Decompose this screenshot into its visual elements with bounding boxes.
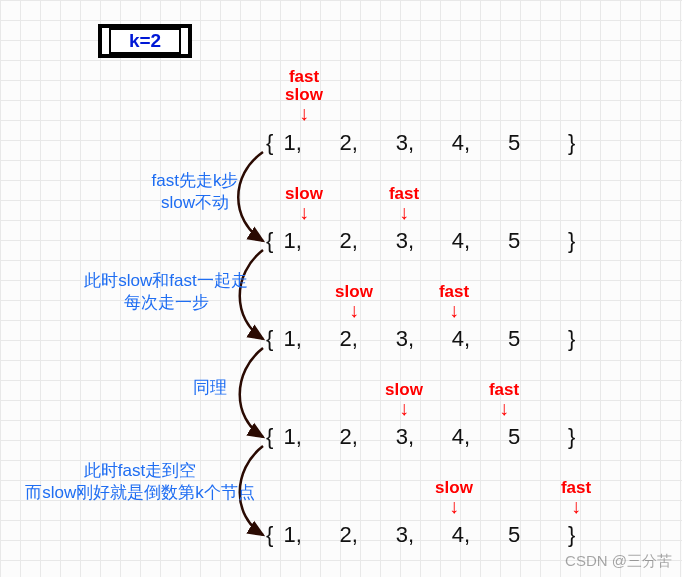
list-row-4: { 1, 2, 3, 4, 5 } [262, 424, 579, 450]
pointer-slow-fast-1: fast slow ↓ [281, 68, 327, 122]
pointer-fast-3: fast↓ [431, 283, 477, 319]
pointer-slow-3: slow↓ [331, 283, 377, 319]
caption-4: 此时fast走到空而slow刚好就是倒数第k个节点 [20, 460, 260, 504]
caption-3: 同理 [180, 377, 240, 399]
list-row-5: { 1, 2, 3, 4, 5 } [262, 522, 579, 548]
list-row-3: { 1, 2, 3, 4, 5 } [262, 326, 579, 352]
watermark: CSDN @三分苦 [565, 552, 672, 571]
caption-2: 此时slow和fast一起走每次走一步 [72, 270, 260, 314]
pointer-slow-2: slow↓ [281, 185, 327, 221]
k-box-inner: k=2 [109, 28, 181, 54]
list-row-2: { 1, 2, 3, 4, 5 } [262, 228, 579, 254]
pointer-fast-4: fast↓ [481, 381, 527, 417]
pointer-fast-5: fast↓ [553, 479, 599, 515]
pointer-fast-2: fast↓ [381, 185, 427, 221]
k-label: k=2 [129, 30, 161, 52]
pointer-slow-5: slow↓ [431, 479, 477, 515]
k-box: k=2 [98, 24, 192, 58]
list-row-1: { 1, 2, 3, 4, 5 } [262, 130, 579, 156]
caption-1: fast先走k步slow不动 [130, 170, 260, 214]
pointer-slow-4: slow↓ [381, 381, 427, 417]
